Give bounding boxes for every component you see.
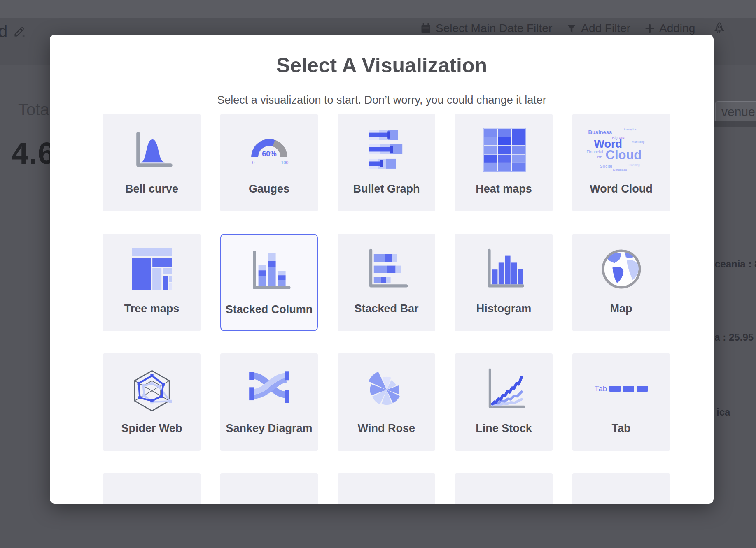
legend-fragment: ica (716, 406, 730, 418)
dialog-title: Select A Visualization (50, 54, 714, 77)
viz-card-label: Stacked Column (221, 302, 317, 317)
adding-label: Adding (659, 22, 695, 35)
bullet-graph-icon (338, 123, 435, 176)
viz-card-label: Bullet Graph (338, 182, 435, 196)
viz-card-map[interactable]: Map (572, 234, 670, 331)
viz-card-bullet-graph[interactable]: Bullet Graph (338, 114, 435, 211)
bell-curve-icon (103, 123, 201, 176)
viz-card-tree-maps[interactable]: Tree maps (103, 234, 201, 331)
viz-card-label: Sankey Diagram (220, 421, 318, 436)
wind-rose-icon (338, 362, 435, 415)
viz-card-label: Histogram (455, 302, 553, 316)
gauge-icon: 60%0100 (220, 123, 318, 176)
backdrop-top-strip (0, 0, 756, 18)
dashboard-toolbar: Select Main Date Filter Add Filter Addin… (420, 21, 726, 35)
viz-card-wind-rose[interactable]: Wind Rose (338, 353, 435, 451)
viz-card-label: Heat maps (455, 182, 553, 196)
viz-card-spider-web[interactable]: Spider Web (103, 353, 201, 451)
viz-card-label: Bell curve (103, 182, 201, 196)
heat-map-icon (455, 123, 553, 176)
viz-card-partial[interactable] (103, 473, 201, 504)
calendar-icon (420, 23, 432, 34)
svg-text:100: 100 (281, 160, 288, 165)
date-filter-label: Select Main Date Filter (436, 22, 552, 35)
dialog-subtitle: Select a visualization to start. Don’t w… (50, 93, 714, 107)
viz-card-label: Spider Web (103, 421, 201, 436)
viz-card-bell-curve[interactable]: Bell curve (103, 114, 201, 211)
viz-card-label: Gauges (220, 182, 318, 196)
funnel-icon (566, 23, 577, 34)
viz-card-partial[interactable] (220, 473, 318, 504)
select-visualization-dialog: Select A Visualization Select a visualiz… (50, 35, 714, 504)
legend-fragment: ceania : 8 (715, 258, 756, 270)
viz-card-label: Stacked Bar (338, 302, 435, 316)
plus-icon (644, 23, 655, 34)
viz-card-label: Word Cloud (572, 182, 670, 196)
viz-card-label: Tree maps (103, 302, 201, 316)
histogram-icon (455, 243, 553, 295)
viz-card-histogram[interactable]: Histogram (455, 234, 553, 331)
rocket-icon (712, 21, 726, 35)
viz-card-gauges[interactable]: 60%0100Gauges (220, 114, 318, 211)
viz-card-stacked-column[interactable]: Stacked Column (220, 234, 318, 331)
svg-text:0: 0 (252, 160, 254, 165)
legend-fragment: ca : 25.95 (709, 332, 754, 343)
visualization-grid: Bell curve60%0100Gauges Bullet GraphHeat… (103, 114, 670, 504)
edit-pencil-icon[interactable] (13, 25, 26, 39)
launch-button[interactable] (712, 21, 726, 35)
revenue-select-button[interactable]: venue (715, 101, 756, 123)
viz-card-line-stock[interactable]: Line Stock (455, 353, 553, 451)
viz-card-sankey-diagram[interactable]: Sankey Diagram (220, 353, 318, 451)
sankey-diagram-icon (220, 362, 318, 415)
stacked-bar-icon (338, 243, 435, 295)
add-filter-label: Add Filter (581, 22, 630, 35)
viz-card-word-cloud[interactable]: WordCloudBusinessAnalyticsBigDataMarketi… (572, 114, 670, 211)
viz-card-label: Tab (572, 421, 670, 436)
viz-card-label: Line Stock (455, 421, 553, 436)
viz-card-partial[interactable] (338, 473, 435, 504)
viz-card-heat-maps[interactable]: Heat maps (455, 114, 553, 211)
tree-map-icon (103, 243, 201, 295)
viz-card-tab[interactable]: TabTab (572, 353, 670, 451)
spider-web-icon (103, 362, 201, 415)
tab-icon: Tab (572, 362, 670, 415)
svg-text:60%: 60% (262, 150, 277, 158)
viz-card-label: Wind Rose (338, 421, 435, 436)
stacked-column-icon (221, 244, 317, 296)
adding-button[interactable]: Adding (644, 22, 695, 35)
viz-card-label: Map (572, 302, 670, 316)
kpi-value-fragment: 4.6 (12, 136, 55, 171)
word-cloud-icon: WordCloudBusinessAnalyticsBigDataMarketi… (572, 123, 670, 176)
map-globe-icon (572, 243, 670, 295)
select-main-date-filter-button[interactable]: Select Main Date Filter (420, 22, 552, 35)
kpi-label-fragment: Tota (18, 100, 49, 119)
line-stock-icon (455, 362, 553, 415)
viz-card-partial[interactable] (455, 473, 553, 504)
add-filter-button[interactable]: Add Filter (566, 22, 630, 35)
viz-card-partial[interactable] (572, 473, 670, 504)
viz-card-stacked-bar[interactable]: Stacked Bar (338, 234, 435, 331)
dashboard-title-fragment: d (0, 22, 7, 41)
